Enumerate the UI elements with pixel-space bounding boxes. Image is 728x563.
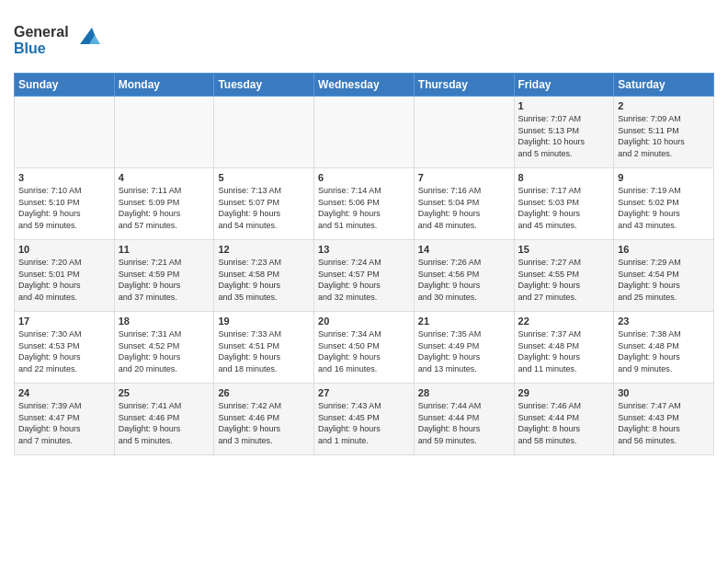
day-cell: 18Sunrise: 7:31 AM Sunset: 4:52 PM Dayli… — [114, 312, 214, 384]
day-number: 20 — [318, 316, 410, 327]
day-info: Sunrise: 7:27 AM Sunset: 4:55 PM Dayligh… — [518, 257, 610, 303]
week-row-4: 17Sunrise: 7:30 AM Sunset: 4:53 PM Dayli… — [15, 312, 714, 384]
logo: General Blue — [14, 18, 101, 63]
day-cell: 30Sunrise: 7:47 AM Sunset: 4:43 PM Dayli… — [614, 384, 714, 455]
day-cell — [414, 97, 514, 168]
day-cell: 24Sunrise: 7:39 AM Sunset: 4:47 PM Dayli… — [15, 384, 115, 455]
day-cell: 25Sunrise: 7:41 AM Sunset: 4:46 PM Dayli… — [114, 384, 214, 455]
day-number: 18 — [119, 316, 210, 327]
day-info: Sunrise: 7:16 AM Sunset: 5:04 PM Dayligh… — [418, 185, 510, 231]
day-cell: 19Sunrise: 7:33 AM Sunset: 4:51 PM Dayli… — [214, 312, 314, 384]
week-row-1: 1Sunrise: 7:07 AM Sunset: 5:13 PM Daylig… — [15, 97, 714, 168]
day-number: 1 — [518, 100, 610, 111]
day-cell: 29Sunrise: 7:46 AM Sunset: 4:44 PM Dayli… — [514, 384, 614, 455]
day-cell: 1Sunrise: 7:07 AM Sunset: 5:13 PM Daylig… — [514, 97, 614, 168]
day-cell — [15, 97, 115, 168]
weekday-header-thursday: Thursday — [414, 74, 514, 97]
logo-text: General Blue — [14, 18, 101, 63]
day-cell: 22Sunrise: 7:37 AM Sunset: 4:48 PM Dayli… — [514, 312, 614, 384]
day-cell: 6Sunrise: 7:14 AM Sunset: 5:06 PM Daylig… — [314, 168, 415, 240]
day-cell: 13Sunrise: 7:24 AM Sunset: 4:57 PM Dayli… — [314, 240, 415, 312]
day-info: Sunrise: 7:33 AM Sunset: 4:51 PM Dayligh… — [218, 328, 310, 374]
day-cell: 27Sunrise: 7:43 AM Sunset: 4:45 PM Dayli… — [314, 384, 415, 455]
day-cell: 5Sunrise: 7:13 AM Sunset: 5:07 PM Daylig… — [214, 168, 314, 240]
day-number: 15 — [518, 244, 610, 255]
day-number: 10 — [18, 244, 110, 255]
day-number: 26 — [218, 387, 310, 398]
day-number: 7 — [418, 172, 510, 183]
day-number: 21 — [418, 316, 510, 327]
day-info: Sunrise: 7:14 AM Sunset: 5:06 PM Dayligh… — [318, 185, 410, 231]
day-cell: 16Sunrise: 7:29 AM Sunset: 4:54 PM Dayli… — [614, 240, 714, 312]
day-info: Sunrise: 7:38 AM Sunset: 4:48 PM Dayligh… — [618, 328, 710, 374]
day-info: Sunrise: 7:20 AM Sunset: 5:01 PM Dayligh… — [18, 257, 110, 303]
day-info: Sunrise: 7:47 AM Sunset: 4:43 PM Dayligh… — [618, 400, 710, 446]
day-info: Sunrise: 7:24 AM Sunset: 4:57 PM Dayligh… — [318, 257, 410, 303]
week-row-2: 3Sunrise: 7:10 AM Sunset: 5:10 PM Daylig… — [15, 168, 714, 240]
day-info: Sunrise: 7:26 AM Sunset: 4:56 PM Dayligh… — [418, 257, 510, 303]
day-info: Sunrise: 7:29 AM Sunset: 4:54 PM Dayligh… — [618, 257, 710, 303]
day-info: Sunrise: 7:46 AM Sunset: 4:44 PM Dayligh… — [518, 400, 610, 446]
day-number: 28 — [418, 387, 510, 398]
day-info: Sunrise: 7:17 AM Sunset: 5:03 PM Dayligh… — [518, 185, 610, 231]
day-number: 14 — [418, 244, 510, 255]
day-number: 17 — [18, 316, 110, 327]
week-row-5: 24Sunrise: 7:39 AM Sunset: 4:47 PM Dayli… — [15, 384, 714, 455]
day-cell: 2Sunrise: 7:09 AM Sunset: 5:11 PM Daylig… — [614, 97, 714, 168]
day-info: Sunrise: 7:10 AM Sunset: 5:10 PM Dayligh… — [18, 185, 110, 231]
weekday-header-saturday: Saturday — [614, 74, 714, 97]
day-number: 27 — [318, 387, 410, 398]
day-info: Sunrise: 7:23 AM Sunset: 4:58 PM Dayligh… — [218, 257, 310, 303]
day-cell: 11Sunrise: 7:21 AM Sunset: 4:59 PM Dayli… — [114, 240, 214, 312]
calendar-table: SundayMondayTuesdayWednesdayThursdayFrid… — [14, 73, 714, 455]
day-number: 13 — [318, 244, 410, 255]
day-number: 22 — [518, 316, 610, 327]
day-info: Sunrise: 7:09 AM Sunset: 5:11 PM Dayligh… — [618, 113, 710, 159]
day-info: Sunrise: 7:31 AM Sunset: 4:52 PM Dayligh… — [119, 328, 210, 374]
svg-text:General: General — [14, 24, 69, 40]
day-cell: 4Sunrise: 7:11 AM Sunset: 5:09 PM Daylig… — [114, 168, 214, 240]
day-number: 3 — [18, 172, 110, 183]
day-number: 25 — [119, 387, 210, 398]
day-cell: 17Sunrise: 7:30 AM Sunset: 4:53 PM Dayli… — [15, 312, 115, 384]
day-info: Sunrise: 7:11 AM Sunset: 5:09 PM Dayligh… — [119, 185, 210, 231]
day-info: Sunrise: 7:41 AM Sunset: 4:46 PM Dayligh… — [119, 400, 210, 446]
day-number: 9 — [618, 172, 710, 183]
day-info: Sunrise: 7:07 AM Sunset: 5:13 PM Dayligh… — [518, 113, 610, 159]
day-number: 5 — [218, 172, 310, 183]
day-info: Sunrise: 7:30 AM Sunset: 4:53 PM Dayligh… — [18, 328, 110, 374]
weekday-header-row: SundayMondayTuesdayWednesdayThursdayFrid… — [15, 74, 714, 97]
day-info: Sunrise: 7:19 AM Sunset: 5:02 PM Dayligh… — [618, 185, 710, 231]
day-number: 2 — [618, 100, 710, 111]
day-number: 29 — [518, 387, 610, 398]
day-cell: 23Sunrise: 7:38 AM Sunset: 4:48 PM Dayli… — [614, 312, 714, 384]
day-cell: 8Sunrise: 7:17 AM Sunset: 5:03 PM Daylig… — [514, 168, 614, 240]
day-info: Sunrise: 7:43 AM Sunset: 4:45 PM Dayligh… — [318, 400, 410, 446]
day-cell: 28Sunrise: 7:44 AM Sunset: 4:44 PM Dayli… — [414, 384, 514, 455]
weekday-header-monday: Monday — [114, 74, 214, 97]
day-cell: 12Sunrise: 7:23 AM Sunset: 4:58 PM Dayli… — [214, 240, 314, 312]
day-cell — [314, 97, 415, 168]
day-info: Sunrise: 7:13 AM Sunset: 5:07 PM Dayligh… — [218, 185, 310, 231]
day-info: Sunrise: 7:35 AM Sunset: 4:49 PM Dayligh… — [418, 328, 510, 374]
weekday-header-sunday: Sunday — [15, 74, 115, 97]
day-number: 30 — [618, 387, 710, 398]
day-info: Sunrise: 7:39 AM Sunset: 4:47 PM Dayligh… — [18, 400, 110, 446]
day-cell: 15Sunrise: 7:27 AM Sunset: 4:55 PM Dayli… — [514, 240, 614, 312]
day-info: Sunrise: 7:34 AM Sunset: 4:50 PM Dayligh… — [318, 328, 410, 374]
day-number: 11 — [119, 244, 210, 255]
header: General Blue — [14, 14, 714, 63]
day-number: 19 — [218, 316, 310, 327]
day-number: 23 — [618, 316, 710, 327]
day-number: 4 — [119, 172, 210, 183]
weekday-header-friday: Friday — [514, 74, 614, 97]
day-number: 6 — [318, 172, 410, 183]
day-number: 12 — [218, 244, 310, 255]
day-number: 24 — [18, 387, 110, 398]
day-cell: 9Sunrise: 7:19 AM Sunset: 5:02 PM Daylig… — [614, 168, 714, 240]
main-container: General Blue SundayMondayTuesdayWednesda… — [0, 0, 728, 465]
day-cell: 20Sunrise: 7:34 AM Sunset: 4:50 PM Dayli… — [314, 312, 415, 384]
day-cell — [114, 97, 214, 168]
weekday-header-wednesday: Wednesday — [314, 74, 415, 97]
day-info: Sunrise: 7:42 AM Sunset: 4:46 PM Dayligh… — [218, 400, 310, 446]
